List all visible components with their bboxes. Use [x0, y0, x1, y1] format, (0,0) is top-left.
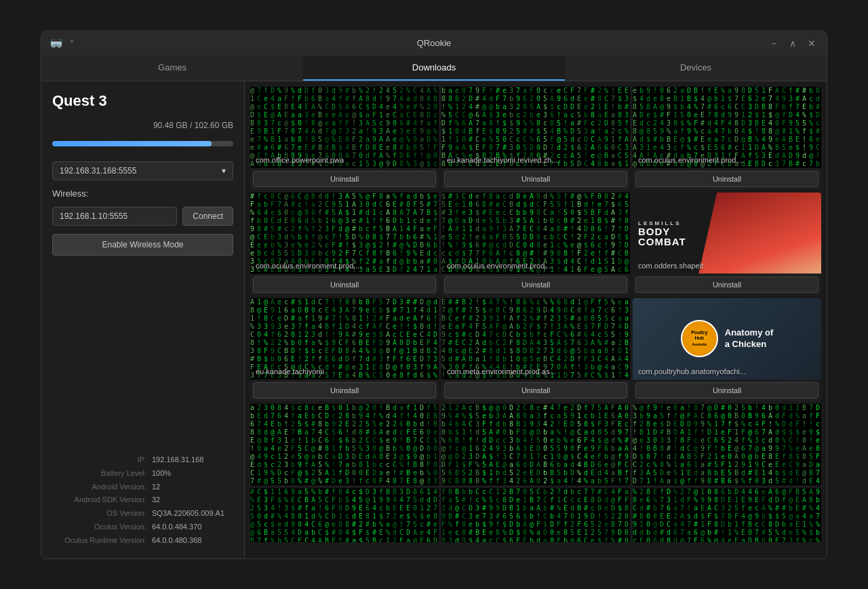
os-version-label: OS Version: — [106, 507, 146, 521]
app-icon: 🥽 — [50, 37, 63, 49]
game-card: A 8 1 % C 8 3 # F 3 C c 5 1 1 @ ! 3 0 ! … — [250, 298, 439, 401]
uninstall-button[interactable]: Uninstall — [253, 382, 436, 399]
device-info: IP: 192.168.31.168 Battery Level: 100% A… — [52, 453, 233, 548]
android-version-label: Android Version: — [92, 481, 146, 494]
tab-devices[interactable]: Devices — [565, 56, 827, 81]
game-card: LesMills BODY COMBAT com.odders.shapeitU… — [633, 192, 821, 296]
close-button[interactable]: ✕ — [805, 37, 818, 50]
game-card: E 7 B e 9 7 4 5 % ! 0 1 4 % # @ C E c # … — [441, 298, 630, 401]
game-card: % 3 f ! @ 4 D C f D e B 7 9 @ b 2 B e ! … — [633, 404, 821, 485]
connect-button[interactable]: Connect — [182, 207, 233, 226]
game-thumbnail: E 7 B e 9 7 4 5 % ! 0 1 4 % # @ C E c # … — [441, 298, 630, 380]
game-card: b 8 ! % D $ 1 F B 8 ! 9 E A a 8 % 5 f 1 … — [441, 87, 630, 190]
tab-bar: Games Downloads Devices — [41, 56, 827, 81]
uninstall-button[interactable]: Uninstall — [635, 171, 818, 187]
game-card: PoultryHubAustraliaAnatomy ofa Chickenco… — [633, 298, 821, 401]
game-card: # F % f 9 @ E e 3 3 $ 0 4 9 f a 6 b 8 C … — [250, 192, 439, 296]
device-name: Quest 3 — [52, 92, 233, 110]
main-window: 🥽 ⌃ QRookie − ∧ ✕ Games Downloads Device… — [41, 31, 827, 559]
game-card: a b 6 8 E ! @ E C 7 3 @ 6 a 2 E 7 8 @ 0 … — [250, 404, 439, 485]
uninstall-button[interactable]: Uninstall — [635, 277, 818, 293]
enable-wireless-button[interactable]: Enable Wireless Mode — [52, 234, 233, 256]
runtime-version-value: 64.0.0.480.368 — [152, 534, 233, 548]
game-actions: Uninstall — [633, 168, 821, 190]
game-title: com.oculus.environment.prod.... — [638, 156, 745, 164]
uninstall-button[interactable]: Uninstall — [444, 277, 627, 293]
game-actions: Uninstall — [633, 380, 821, 401]
game-title: com.oculus.environment.prod.... — [447, 262, 553, 270]
matrix-rain-bg: % 3 f ! @ 4 D C f D e B 7 9 @ b 2 B e ! … — [633, 404, 821, 485]
game-title: com.meta.environment.prod.as... — [447, 367, 556, 375]
collapse-icon[interactable]: ⌃ — [68, 39, 75, 48]
titlebar: 🥽 ⌃ QRookie − ∧ ✕ — [41, 31, 827, 56]
game-card: # % 2 5 @ @ B f ! $ C E 5 0 5 6 7 8 E % … — [250, 488, 439, 542]
maximize-button[interactable]: ∧ — [786, 37, 800, 50]
android-version-value: 12 — [152, 481, 233, 494]
game-thumbnail: A 8 1 % C 8 3 # F 3 C c 5 1 1 @ ! 3 0 ! … — [250, 298, 439, 380]
storage-bar-container — [52, 141, 233, 146]
sidebar: Quest 3 90.48 GB / 102.60 GB 192.168.31.… — [41, 81, 245, 558]
tab-games[interactable]: Games — [41, 56, 303, 81]
game-thumbnail: $ 5 # 7 ! e ! c A C C F 6 5 # E 3 @ A 5 … — [441, 192, 630, 274]
sdk-version-label: Android SDK Version: — [75, 493, 146, 507]
uninstall-button[interactable]: Uninstall — [444, 382, 627, 399]
game-thumbnail: 2 9 b 0 % @ @ D 5 9 2 @ 7 7 1 % 4 b 6 f … — [441, 404, 630, 485]
titlebar-controls: − ∧ ✕ — [767, 37, 818, 50]
uninstall-button[interactable]: Uninstall — [635, 382, 818, 399]
uninstall-button[interactable]: Uninstall — [253, 277, 436, 293]
wireless-row: Connect — [52, 207, 233, 226]
game-actions: Uninstall — [250, 274, 439, 296]
games-grid-container: @ 1 @ D B E e e @ A B b E 6 7 C e $ B 9 … — [245, 81, 827, 558]
minimize-button[interactable]: − — [767, 37, 781, 50]
game-card: e $ 8 A E 8 A A 4 @ 1 7 1 f b 4 5 D d @ … — [633, 87, 821, 190]
game-thumbnail: @ 1 @ D B E e e @ A B b E 6 7 C e $ B 9 … — [250, 87, 439, 168]
ip-dropdown-value: 192.168.31.168:5555 — [60, 166, 136, 176]
matrix-rain-bg: a b 6 8 E ! @ E C 7 3 @ 6 a 2 E 7 8 @ 0 … — [250, 404, 439, 485]
game-actions: Uninstall — [250, 168, 439, 190]
oculus-version-value: 64.0.0.484.370 — [152, 521, 233, 534]
uninstall-button[interactable]: Uninstall — [253, 171, 436, 187]
game-thumbnail: PoultryHubAustraliaAnatomy ofa Chickenco… — [633, 298, 821, 380]
ip-dropdown[interactable]: 192.168.31.168:5555 ▾ — [52, 161, 233, 180]
os-version-value: SQ3A.220605.009.A1 — [152, 507, 233, 521]
ip-value: 192.168.31.168 — [152, 453, 233, 467]
game-title: com.poultryhub.anatomyofachi... — [638, 367, 746, 375]
wireless-label: Wireless: — [52, 188, 233, 199]
game-thumbnail: LesMills BODY COMBAT com.odders.shapeit — [633, 192, 821, 274]
game-thumbnail-partial: # % 2 5 @ @ B f ! $ C E 5 0 5 6 7 8 E % … — [250, 488, 439, 542]
game-thumbnail: a b 6 8 E ! @ E C 7 3 @ 6 a 2 E 7 8 @ 0 … — [250, 404, 439, 485]
game-title: eu.kanade.tachiyomi — [256, 367, 324, 375]
wireless-ip-input[interactable] — [52, 207, 177, 226]
game-title: com.office.powerpoint.pwa — [256, 156, 344, 164]
game-title: com.odders.shapeit — [638, 262, 703, 270]
game-card: $ 5 # 7 ! e ! c A C C F 6 5 # E 3 @ A 5 … — [441, 192, 630, 296]
game-card: f f 3 9 F 1 8 0 E 0 0 a d B % e 3 # f C … — [441, 488, 630, 542]
sdk-version-value: 32 — [152, 493, 233, 507]
game-thumbnail-partial: % 8 C # 9 d c b A # 2 e d B 1 d E 4 a 7 … — [633, 488, 821, 542]
game-actions: Uninstall — [441, 274, 630, 296]
game-card: % 8 C # 9 d c b A # 2 e d B 1 d E 4 a 7 … — [633, 488, 821, 542]
window-title: QRookie — [417, 38, 452, 48]
game-actions: Uninstall — [250, 380, 439, 401]
game-thumbnail: b 8 ! % D $ 1 F B 8 ! 9 E A a 8 % 5 f 1 … — [441, 87, 630, 168]
oculus-version-label: Oculus Version: — [94, 521, 146, 534]
uninstall-button[interactable]: Uninstall — [444, 171, 627, 187]
game-card: @ 1 @ D B E e e @ A B b E 6 7 C e $ B 9 … — [250, 87, 439, 190]
games-grid: @ 1 @ D B E e e @ A B b E 6 7 C e $ B 9 … — [250, 87, 821, 542]
matrix-rain-bg: 2 9 b 0 % @ @ D 5 9 2 @ 7 7 1 % 4 b 6 f … — [441, 404, 630, 485]
game-title: eu.kanade.tachiyomi.revived.zh... — [447, 156, 557, 164]
game-card: 2 9 b 0 % @ @ D 5 9 2 @ 7 7 1 % 4 b 6 f … — [441, 404, 630, 485]
game-actions: Uninstall — [441, 168, 630, 190]
game-actions: Uninstall — [441, 380, 630, 401]
game-thumbnail: % 3 f ! @ 4 D C f D e B 7 9 @ b 2 B e ! … — [633, 404, 821, 485]
runtime-version-label: Oculus Runtime Version: — [64, 534, 146, 548]
tab-downloads[interactable]: Downloads — [303, 56, 565, 81]
storage-bar-fill — [52, 141, 212, 146]
content-area: Quest 3 90.48 GB / 102.60 GB 192.168.31.… — [41, 81, 827, 558]
titlebar-left: 🥽 ⌃ — [50, 37, 75, 49]
game-title: com.oculus.environment.prod.... — [256, 262, 362, 270]
storage-info: 90.48 GB / 102.60 GB — [52, 121, 233, 130]
chevron-down-icon: ▾ — [222, 166, 226, 176]
game-thumbnail: e $ 8 A E 8 A A 4 @ 1 7 1 f b 4 5 D d @ … — [633, 87, 821, 168]
ip-label: IP: — [138, 453, 146, 467]
